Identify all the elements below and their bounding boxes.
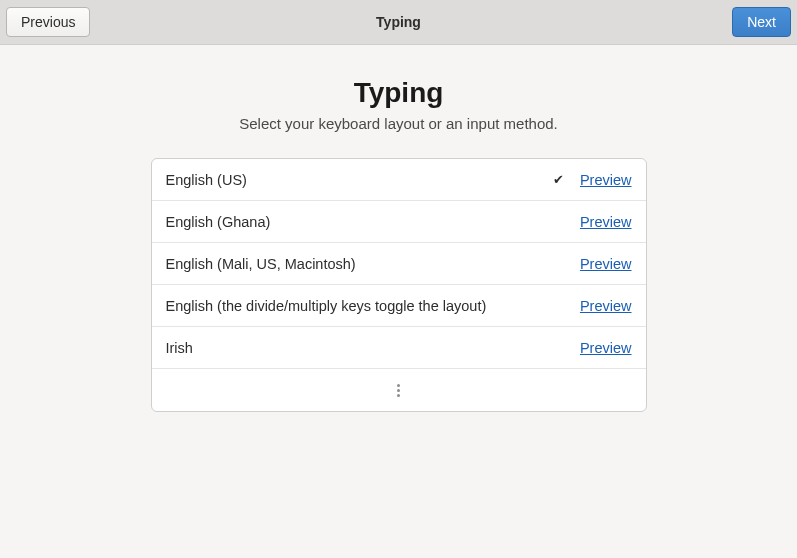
- content-area: Typing Select your keyboard layout or an…: [0, 45, 797, 412]
- more-icon: [397, 384, 400, 397]
- layout-row[interactable]: Irish Preview: [152, 327, 646, 369]
- next-button[interactable]: Next: [732, 7, 791, 37]
- more-layouts-button[interactable]: [152, 369, 646, 411]
- keyboard-layout-list: English (US) ✔ Preview English (Ghana) P…: [151, 158, 647, 412]
- preview-link[interactable]: Preview: [570, 214, 632, 230]
- previous-button[interactable]: Previous: [6, 7, 90, 37]
- preview-link[interactable]: Preview: [570, 172, 632, 188]
- layout-label: English (Ghana): [166, 214, 548, 230]
- preview-link[interactable]: Preview: [570, 298, 632, 314]
- layout-row[interactable]: English (the divide/multiply keys toggle…: [152, 285, 646, 327]
- preview-link[interactable]: Preview: [570, 256, 632, 272]
- page-title: Typing: [0, 77, 797, 109]
- header-bar: Previous Typing Next: [0, 0, 797, 45]
- layout-label: English (US): [166, 172, 548, 188]
- preview-link[interactable]: Preview: [570, 340, 632, 356]
- layout-row[interactable]: English (Ghana) Preview: [152, 201, 646, 243]
- check-icon: ✔: [548, 172, 570, 187]
- header-title: Typing: [0, 14, 797, 30]
- layout-label: Irish: [166, 340, 548, 356]
- layout-row[interactable]: English (Mali, US, Macintosh) Preview: [152, 243, 646, 285]
- layout-label: English (the divide/multiply keys toggle…: [166, 298, 548, 314]
- page-subtitle: Select your keyboard layout or an input …: [0, 115, 797, 132]
- layout-row[interactable]: English (US) ✔ Preview: [152, 159, 646, 201]
- layout-label: English (Mali, US, Macintosh): [166, 256, 548, 272]
